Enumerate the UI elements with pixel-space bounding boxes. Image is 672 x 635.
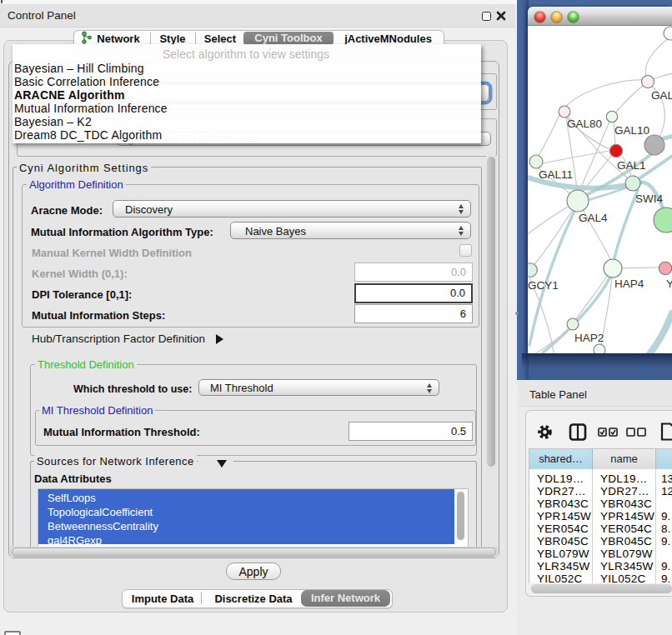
svg-text:SWI4: SWI4 (635, 192, 663, 205)
svg-text:GAL11: GAL11 (539, 168, 573, 181)
svg-text:HAP2: HAP2 (574, 332, 604, 344)
svg-text:GAL10: GAL10 (614, 124, 649, 137)
svg-text:HAP4: HAP4 (614, 278, 644, 290)
svg-text:GAL80: GAL80 (567, 118, 602, 130)
svg-text:GAL4: GAL4 (579, 212, 608, 224)
svg-text:Y: Y (666, 278, 672, 290)
svg-text:GCY1: GCY1 (528, 279, 559, 292)
svg-text:GAL1: GAL1 (617, 159, 646, 172)
svg-text:GAL: GAL (651, 89, 672, 102)
